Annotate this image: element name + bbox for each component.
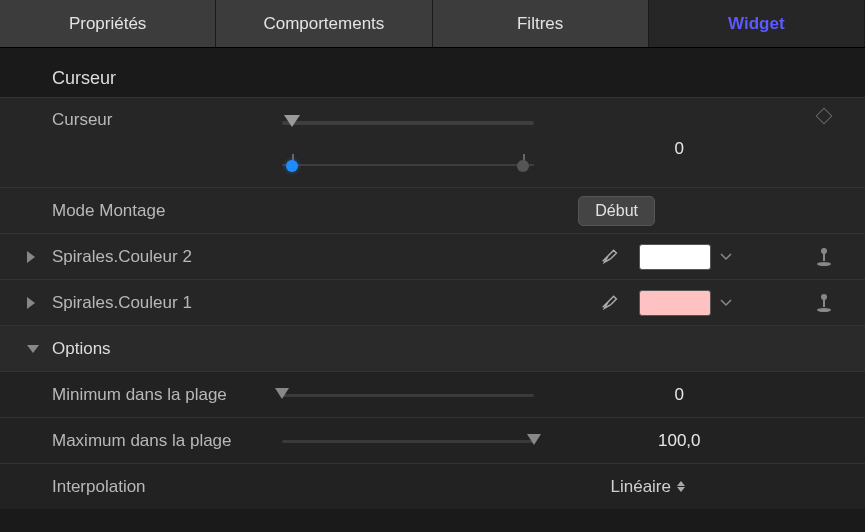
snapshot-marker[interactable]	[517, 160, 529, 172]
color-param-row: Spirales.Couleur 2	[0, 233, 865, 279]
slider-track	[282, 121, 534, 125]
chevron-down-icon[interactable]	[717, 251, 735, 263]
color-param-label: Spirales.Couleur 1	[52, 293, 282, 313]
range-min-row: Minimum dans la plage 0	[0, 371, 865, 417]
cursor-row: Curseur 0	[0, 97, 865, 187]
svg-point-5	[817, 308, 831, 312]
eyedropper-icon[interactable]	[599, 289, 621, 316]
joystick-icon[interactable]	[813, 292, 835, 314]
range-min-label: Minimum dans la plage	[52, 385, 282, 405]
chevron-down-icon[interactable]	[717, 297, 735, 309]
color-param-label: Spirales.Couleur 2	[52, 247, 282, 267]
range-max-value[interactable]: 100,0	[649, 431, 709, 451]
svg-rect-1	[823, 253, 825, 261]
tab-properties[interactable]: Propriétés	[0, 0, 216, 47]
cursor-label: Curseur	[52, 110, 282, 130]
options-label: Options	[52, 339, 282, 359]
snapshot-marker-active[interactable]	[286, 160, 298, 172]
joystick-icon[interactable]	[813, 246, 835, 268]
slider-thumb[interactable]	[275, 388, 289, 399]
tab-filters[interactable]: Filtres	[433, 0, 649, 47]
select-arrows-icon	[677, 481, 685, 492]
svg-rect-4	[823, 299, 825, 307]
range-min-value[interactable]: 0	[649, 385, 709, 405]
snapshot-track	[282, 164, 534, 166]
keyframe-icon[interactable]	[816, 108, 833, 125]
tab-bar: Propriétés Comportements Filtres Widget	[0, 0, 865, 48]
edit-mode-row: Mode Montage Début	[0, 187, 865, 233]
widget-panel: Curseur Curseur 0 Mode Montage Début Spi…	[0, 48, 865, 509]
interpolation-row: Interpolation Linéaire	[0, 463, 865, 509]
range-min-slider[interactable]	[282, 385, 534, 405]
color-swatch[interactable]	[639, 244, 711, 270]
edit-mode-button[interactable]: Début	[578, 196, 655, 226]
disclosure-triangle-icon[interactable]	[27, 345, 39, 353]
cursor-value[interactable]: 0	[649, 139, 709, 159]
range-max-slider[interactable]	[282, 431, 534, 451]
slider-thumb[interactable]	[284, 115, 300, 127]
tab-widget[interactable]: Widget	[649, 0, 865, 47]
options-header-row: Options	[0, 325, 865, 371]
edit-mode-label: Mode Montage	[52, 201, 282, 221]
color-swatch[interactable]	[639, 290, 711, 316]
color-param-row: Spirales.Couleur 1	[0, 279, 865, 325]
range-max-label: Maximum dans la plage	[52, 431, 282, 451]
disclosure-triangle-icon[interactable]	[27, 297, 35, 309]
tab-behaviors[interactable]: Comportements	[216, 0, 432, 47]
range-max-row: Maximum dans la plage 100,0	[0, 417, 865, 463]
slider-thumb[interactable]	[527, 434, 541, 445]
interpolation-value: Linéaire	[611, 477, 672, 497]
cursor-slider[interactable]	[282, 110, 534, 187]
interpolation-select[interactable]: Linéaire	[611, 477, 686, 497]
disclosure-triangle-icon[interactable]	[27, 251, 35, 263]
section-title: Curseur	[0, 58, 865, 97]
svg-point-2	[817, 262, 831, 266]
eyedropper-icon[interactable]	[599, 243, 621, 270]
interpolation-label: Interpolation	[52, 477, 282, 497]
